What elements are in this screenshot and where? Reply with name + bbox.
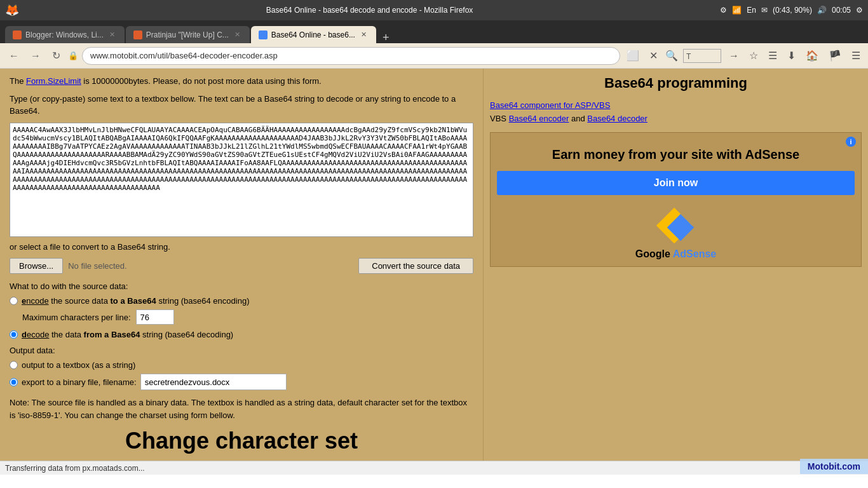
tab-bar: Blogger: Windows, Li... ✕ Pratinjau "[Wr… — [0, 20, 868, 43]
adsense-text: Google AdSense — [635, 248, 716, 260]
base64-links: Base64 component for ASP/VBS VBS Base64 … — [490, 99, 862, 126]
tab-favicon-blogger — [13, 30, 22, 39]
output-textbox-label: output to a textbox (as a string) — [22, 360, 135, 370]
tab-blogger[interactable]: Blogger: Windows, Li... ✕ — [5, 26, 125, 43]
and-text: and — [571, 114, 587, 123]
encode-radio[interactable] — [10, 297, 18, 305]
reload-button[interactable]: ↻ — [48, 48, 64, 63]
menu-button[interactable]: ☰ — [849, 48, 863, 63]
base64-decoder-link[interactable]: Base64 decoder — [587, 114, 648, 123]
window-title: Base64 Online - base64 decode and encode… — [24, 6, 715, 15]
decode-option-row: decode the data from a Base64 string (ba… — [10, 330, 473, 339]
output-data-label: Output data: — [10, 346, 473, 355]
close-bar-button[interactable]: ✕ — [647, 48, 660, 63]
base64-programming-title: Base64 programming — [490, 75, 862, 92]
forward-button[interactable]: → — [27, 49, 44, 63]
battery-text: (0:43, 90%) — [773, 6, 812, 15]
system-tray: ⚙ 📶 En ✉ (0:43, 90%) 🔊 00:05 ⚙ — [720, 6, 863, 15]
bookmark-button[interactable]: ☆ — [747, 48, 761, 63]
back-button[interactable]: ← — [5, 49, 23, 63]
decode-radio[interactable] — [10, 330, 18, 339]
chrome-icon: ⚙ — [720, 6, 727, 15]
file-select-row: Browse... No file selected. Convert the … — [10, 258, 473, 274]
output-textbox-row: output to a textbox (as a string) — [10, 360, 473, 370]
ad-box: i Earn money from your site with AdSense… — [490, 132, 862, 267]
content-area: The Form.SizeLimit is 10000000bytes. Ple… — [0, 69, 868, 461]
base64-asp-vbs-link[interactable]: Base64 component for ASP/VBS — [490, 100, 610, 110]
new-tab-button[interactable]: + — [377, 32, 395, 43]
adsense-logo-area: Google AdSense — [497, 205, 855, 260]
ad-info-icon[interactable]: i — [846, 137, 856, 147]
base64-textarea[interactable] — [10, 123, 473, 237]
output-section: Output data: output to a textbox (as a s… — [10, 346, 473, 390]
encode-option-row: encode the source data to a Base64 strin… — [10, 296, 473, 306]
tab-close-base64[interactable]: ✕ — [359, 30, 369, 39]
home-button[interactable]: 🏠 — [803, 48, 821, 63]
main-panel: The Form.SizeLimit is 10000000bytes. Ple… — [0, 69, 483, 461]
toolbar-icons: ⬜ ✕ 🔍 T → ☆ ☰ ⬇ 🏠 🏴 ☰ — [624, 48, 863, 63]
clock: 00:05 — [832, 6, 851, 15]
output-file-radio[interactable] — [10, 378, 18, 386]
wifi-icon: 📶 — [732, 6, 742, 15]
tab-pratinjau[interactable]: Pratinjau "[Write Up] C... ✕ — [126, 26, 250, 43]
what-to-do-label: What to do with the source data: — [10, 281, 473, 291]
status-bar: Transferring data from px.moatads.com... — [0, 461, 868, 475]
lock-icon: 🔒 — [68, 51, 78, 60]
tab-base64[interactable]: Base64 Online - base6... ✕ — [251, 26, 376, 43]
tab-close-pratinjau[interactable]: ✕ — [233, 30, 242, 39]
tab-close-blogger[interactable]: ✕ — [107, 30, 117, 39]
customize-button[interactable]: ☰ — [766, 48, 780, 63]
reader-view-button[interactable]: ⬜ — [624, 48, 642, 63]
join-now-button[interactable]: Join now — [497, 171, 855, 195]
filename-input[interactable] — [140, 374, 287, 390]
encode-label: encode the source data to a Base64 strin… — [22, 296, 249, 306]
no-file-label: No file selected. — [68, 261, 127, 271]
output-textbox-radio[interactable] — [10, 361, 18, 369]
decode-label: decode the data from a Base64 string (ba… — [22, 330, 233, 339]
email-icon: ✉ — [761, 6, 768, 15]
ad-earn-text: Earn money from your site with AdSense — [497, 146, 855, 163]
volume-icon: 🔊 — [817, 6, 827, 15]
status-text: Transferring data from px.moatads.com... — [5, 464, 145, 473]
right-panel: Base64 programming Base64 component for … — [483, 69, 868, 461]
options-section: What to do with the source data: encode … — [10, 281, 473, 339]
form-size-limit-link[interactable]: Form.SizeLimit — [26, 76, 81, 86]
tab-favicon-pratinjau — [133, 30, 142, 39]
output-file-row: export to a binary file, filename: — [10, 374, 473, 390]
settings-icon: ⚙ — [856, 6, 863, 15]
info-text-instructions: Type (or copy-paste) some text to a text… — [10, 93, 473, 118]
base64-encoder-link[interactable]: Base64 encoder — [509, 114, 569, 123]
tab-label-blogger: Blogger: Windows, Li... — [25, 30, 104, 39]
max-chars-input[interactable] — [136, 309, 174, 325]
next-result-button[interactable]: → — [726, 49, 742, 63]
tab-label-pratinjau: Pratinjau "[Write Up] C... — [146, 30, 229, 39]
motobit-watermark: Motobit.com — [800, 459, 868, 474]
browse-button[interactable]: Browse... — [10, 258, 63, 274]
max-chars-label: Maximum characters per line: — [22, 313, 131, 322]
tab-favicon-base64 — [259, 30, 268, 39]
output-file-label: export to a binary file, filename: — [22, 377, 137, 387]
max-chars-row: Maximum characters per line: — [22, 309, 473, 325]
browser-titlebar: 🦊 Base64 Online - base64 decode and enco… — [0, 0, 868, 20]
url-input[interactable] — [82, 47, 620, 65]
lang-indicator: En — [747, 6, 756, 15]
file-select-label: or select a file to convert to a Base64 … — [10, 241, 473, 254]
firefox-icon: 🦊 — [5, 3, 19, 17]
note-text: Note: The source file is handled as a bi… — [10, 396, 473, 421]
info-text-size-limit: The Form.SizeLimit is 10000000bytes. Ple… — [10, 75, 473, 88]
search-icon: 🔍 — [665, 50, 678, 62]
tab-label-base64: Base64 Online - base6... — [271, 30, 355, 39]
vbs-prefix: VBS — [490, 114, 509, 123]
pocket-button[interactable]: 🏴 — [826, 48, 844, 63]
convert-button[interactable]: Convert the source data — [358, 258, 473, 274]
adsense-diamond-icon — [657, 205, 695, 243]
search-field[interactable]: T — [683, 49, 721, 63]
change-character-set-heading: Change character set — [10, 428, 473, 454]
download-button[interactable]: ⬇ — [785, 48, 798, 63]
address-bar: ← → ↻ 🔒 ⬜ ✕ 🔍 T → ☆ ☰ ⬇ 🏠 🏴 ☰ — [0, 43, 868, 69]
